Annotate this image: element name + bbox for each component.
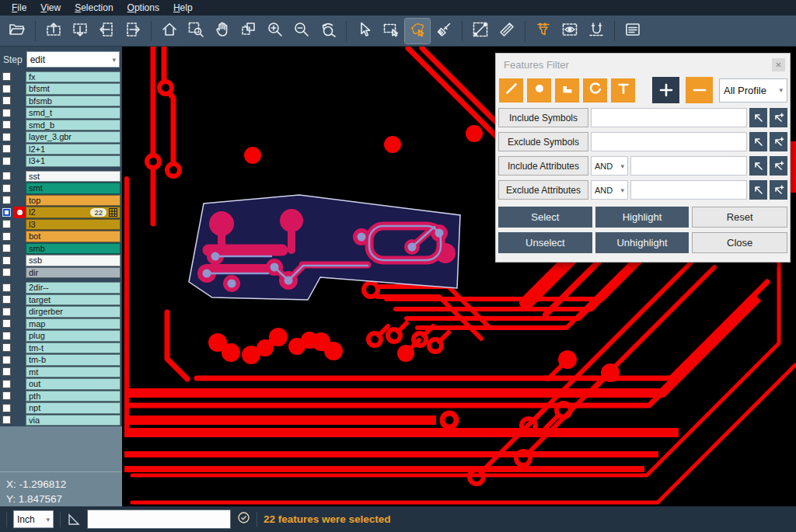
pan-right-button[interactable] bbox=[120, 19, 145, 43]
pan-up-button[interactable] bbox=[41, 19, 66, 43]
select-rectangle-button[interactable] bbox=[379, 19, 403, 43]
close-icon[interactable]: ✕ bbox=[772, 58, 785, 71]
layer-label-cell[interactable]: target bbox=[26, 294, 120, 306]
exclude-attributes-operator-select[interactable]: AND▾ bbox=[591, 180, 628, 200]
pick-arrow-button[interactable] bbox=[749, 156, 767, 176]
layer-label-cell[interactable]: via bbox=[26, 415, 120, 426]
layers-panel-button[interactable] bbox=[620, 19, 645, 43]
select-polygon-button[interactable] bbox=[405, 19, 430, 43]
pick-arrow-add-button[interactable] bbox=[770, 156, 787, 176]
layer-label-cell[interactable]: l222 bbox=[26, 207, 120, 218]
zoom-area-button[interactable] bbox=[183, 19, 208, 43]
zoom-out-button[interactable] bbox=[289, 19, 314, 43]
layer-checkbox[interactable] bbox=[2, 343, 11, 352]
pick-arrow-button[interactable] bbox=[749, 180, 767, 200]
layer-label-cell[interactable]: dir bbox=[26, 267, 120, 279]
layer-checkbox[interactable] bbox=[2, 283, 11, 292]
include-attributes-field[interactable] bbox=[630, 156, 747, 176]
layer-checkbox[interactable] bbox=[2, 72, 11, 81]
pick-arrow-button[interactable] bbox=[749, 132, 767, 151]
corner-ruler-icon[interactable] bbox=[67, 513, 81, 527]
zoom-object-button[interactable] bbox=[236, 19, 261, 43]
open-file-button[interactable] bbox=[5, 19, 30, 43]
home-view-button[interactable] bbox=[157, 19, 182, 43]
layer-checkbox[interactable] bbox=[2, 367, 11, 376]
grid-table-icon[interactable] bbox=[109, 208, 117, 217]
pan-left-button[interactable] bbox=[94, 19, 119, 43]
layer-label-cell[interactable]: 2dir-- bbox=[26, 282, 120, 294]
measure-ruler-button[interactable] bbox=[494, 19, 519, 43]
menu-item-selection[interactable]: Selection bbox=[68, 1, 120, 15]
layer-label-cell[interactable]: l2+1 bbox=[26, 144, 120, 155]
highlight-button[interactable]: Highlight bbox=[595, 207, 690, 228]
unselect-button[interactable]: Unselect bbox=[498, 232, 592, 253]
layer-checkbox[interactable] bbox=[2, 404, 11, 412]
layer-label-cell[interactable]: out bbox=[26, 378, 120, 390]
layer-label-cell[interactable]: dirgerber bbox=[26, 306, 120, 318]
command-input[interactable] bbox=[87, 509, 231, 529]
layer-checkbox[interactable] bbox=[2, 308, 11, 316]
layer-label-cell[interactable]: tm-t bbox=[26, 342, 120, 354]
pick-arrow-add-button[interactable] bbox=[770, 180, 787, 200]
zoom-in-button[interactable] bbox=[263, 19, 288, 43]
menu-item-view[interactable]: View bbox=[33, 1, 68, 15]
exclude-attributes-button[interactable]: Exclude Attributes bbox=[498, 180, 588, 200]
select-cursor-button[interactable] bbox=[352, 19, 377, 43]
include-symbols-field[interactable] bbox=[591, 108, 747, 127]
pad-feature-button[interactable] bbox=[527, 78, 551, 103]
view-options-button[interactable] bbox=[557, 19, 582, 43]
layer-label-cell[interactable]: bot bbox=[26, 231, 120, 242]
zoom-previous-button[interactable] bbox=[316, 19, 340, 43]
layer-checkbox[interactable] bbox=[2, 319, 11, 328]
unit-select[interactable]: Inch ▾ bbox=[13, 510, 54, 528]
layer-checkbox[interactable] bbox=[2, 256, 11, 265]
layer-label-cell[interactable]: smt bbox=[26, 183, 120, 194]
include-attributes-operator-select[interactable]: AND▾ bbox=[591, 156, 628, 176]
layer-label-cell[interactable]: plug bbox=[26, 330, 120, 342]
layer-checkbox[interactable] bbox=[2, 332, 11, 340]
layer-checkbox[interactable] bbox=[2, 295, 11, 304]
unhighlight-button[interactable]: Unhighlight bbox=[595, 232, 690, 253]
layer-checkbox[interactable] bbox=[2, 244, 11, 252]
layer-label-cell[interactable]: bfsmt bbox=[26, 83, 120, 95]
add-filter-button[interactable] bbox=[652, 77, 679, 103]
layer-checkbox[interactable] bbox=[2, 96, 11, 105]
layer-checkbox[interactable] bbox=[2, 172, 11, 180]
layer-checkbox[interactable] bbox=[2, 356, 11, 364]
layer-checkbox[interactable] bbox=[2, 391, 11, 400]
features-filter-button[interactable] bbox=[531, 19, 556, 43]
layer-label-cell[interactable]: smd_b bbox=[26, 120, 120, 131]
layer-checkbox[interactable] bbox=[2, 85, 11, 93]
layer-label-cell[interactable]: layer_3.gbr bbox=[26, 131, 120, 143]
pan-down-button[interactable] bbox=[68, 19, 93, 43]
layer-label-cell[interactable]: pth bbox=[26, 391, 120, 402]
select-button[interactable]: Select bbox=[498, 207, 592, 228]
layer-label-cell[interactable]: bfsmb bbox=[26, 96, 120, 107]
layer-label-cell[interactable]: top bbox=[26, 195, 120, 207]
layer-label-cell[interactable]: l3+1 bbox=[26, 155, 120, 167]
pick-arrow-add-button[interactable] bbox=[770, 132, 787, 151]
layer-checkbox[interactable] bbox=[2, 157, 11, 165]
layer-checkbox[interactable] bbox=[2, 268, 11, 276]
text-feature-button[interactable] bbox=[611, 78, 635, 103]
snap-magnet-button[interactable] bbox=[584, 19, 609, 43]
include-symbols-button[interactable]: Include Symbols bbox=[498, 108, 588, 127]
layer-checkbox[interactable] bbox=[2, 144, 11, 153]
measure-distance-button[interactable] bbox=[468, 19, 493, 43]
refresh-icon[interactable] bbox=[237, 511, 250, 527]
menu-item-options[interactable]: Options bbox=[120, 1, 166, 15]
layer-label-cell[interactable]: ssb bbox=[26, 255, 120, 266]
line-feature-button[interactable] bbox=[499, 78, 523, 103]
remove-filter-button[interactable] bbox=[686, 77, 713, 103]
include-attributes-button[interactable]: Include Attributes bbox=[498, 156, 588, 176]
exclude-symbols-field[interactable] bbox=[591, 132, 747, 151]
arc-feature-button[interactable] bbox=[583, 78, 607, 103]
layer-label-cell[interactable]: sst bbox=[26, 171, 120, 183]
pan-hand-button[interactable] bbox=[210, 19, 235, 43]
cleanup-brush-button[interactable] bbox=[431, 19, 456, 43]
layer-checkbox[interactable] bbox=[2, 133, 11, 141]
layer-label-cell[interactable]: mt bbox=[26, 367, 120, 378]
menu-item-file[interactable]: File bbox=[5, 1, 33, 15]
layer-label-cell[interactable]: fx bbox=[26, 71, 120, 83]
layer-checkbox[interactable] bbox=[2, 196, 11, 204]
